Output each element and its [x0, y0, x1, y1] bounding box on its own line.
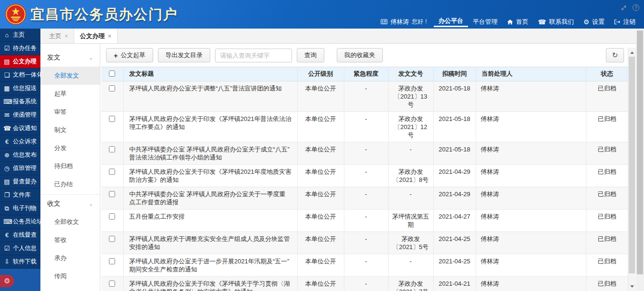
sidebar-item-software-download[interactable]: ⇩ 软件下载	[0, 255, 40, 269]
subnav-section-incoming[interactable]: 收文 ⌄	[40, 194, 100, 213]
doc-urgency-cell: -	[344, 231, 388, 254]
tab-close-icon[interactable]: ×	[65, 33, 68, 40]
theme-gear-button[interactable]: ⚙	[0, 275, 14, 287]
sidebar-item-info-publish[interactable]: ⊕ 信息发布	[0, 149, 40, 162]
plus-icon: +	[114, 51, 118, 60]
sidebar-item-online-inspection[interactable]: € 在线督查	[0, 229, 40, 242]
page-scrollbar[interactable]	[636, 29, 644, 291]
row-checkbox-cell	[101, 276, 123, 291]
table-row[interactable]: 茅坪镇人民政府关于调整充实安全生产组成人员及分块监管安排的通知 本单位公开 - …	[101, 231, 628, 254]
col-handler: 当前处理人	[476, 67, 586, 81]
doc-title-cell[interactable]: 茅坪镇人民政府办公室关于印发《茅坪镇2021年普法依法治理工作要点》的通知	[123, 111, 297, 142]
doc-urgency-cell: -	[344, 142, 388, 164]
subnav-section-outgoing[interactable]: 发文 ⌄	[40, 49, 100, 67]
subnav-item-distribute[interactable]: 分发	[40, 139, 100, 157]
sidebar-item-duty-management[interactable]: ◷ 值班管理	[0, 162, 40, 175]
row-checkbox[interactable]	[109, 116, 115, 122]
sidebar-item-supervision[interactable]: ▤ 督查督办	[0, 175, 40, 189]
subnav-item-incoming-to-archive[interactable]: 待归档	[40, 285, 100, 291]
doc-title-cell[interactable]: 茅坪镇人民政府办公室关于印发《茅坪镇2021年度地质灾害防治方案》的通知	[123, 164, 297, 187]
sidebar-item-file-library[interactable]: ❐ 文件库	[0, 189, 40, 202]
table-row[interactable]: 茅坪镇人民政府办公室关于印发《茅坪镇2021年普法依法治理工作要点》的通知 本单…	[101, 111, 628, 142]
scroll-up-icon[interactable]	[628, 49, 636, 56]
subnav-item-circulate[interactable]: 传阅	[40, 267, 100, 285]
subnav-item-all-outgoing[interactable]: 全部发文	[40, 67, 100, 85]
table-scrollbar-thumb[interactable]	[629, 57, 635, 273]
sidebar-item-info-report[interactable]: ▦ 信息报送	[0, 82, 40, 95]
sidebar-item-filing-system[interactable]: ⌨ 报备系统	[0, 95, 40, 109]
sidebar-item-doc-integration[interactable]: ❏ 文档一体化	[0, 69, 40, 82]
nav-settings[interactable]: ⚙ 设置	[578, 15, 609, 27]
nav-platform-management[interactable]: 平台管理	[468, 15, 502, 27]
doc-title-cell[interactable]: 中共茅坪镇委办公室 茅坪镇人民政府办公室关于成立“八五”普法依法治镇工作领导小组…	[123, 142, 297, 164]
row-checkbox[interactable]	[109, 85, 115, 91]
page-scrollbar-thumb[interactable]	[637, 30, 643, 274]
table-row[interactable]: 茅坪镇人民政府办公室关于进一步开展2021年汛期及“五一”期间安全生产检查的通知…	[101, 254, 628, 276]
user-info[interactable]: 傅林涛 您好！	[376, 15, 434, 27]
sidebar-item-home[interactable]: ⌂ 主页	[0, 29, 40, 42]
export-catalog-button[interactable]: 导出发文目录	[158, 48, 210, 62]
tab-home[interactable]: 主页 ×	[43, 29, 74, 43]
subnav-item-undertake[interactable]: 承办	[40, 249, 100, 267]
doc-title-cell[interactable]: 茅坪镇人民政府办公室关于印发《茅坪镇关于学习贯彻〈湖北省公共法律服务条例〉的实施…	[123, 276, 297, 291]
table-scrollbar[interactable]	[628, 48, 636, 291]
table-row[interactable]: 中共茅坪镇委办公室 茅坪镇人民政府办公室关于一季度重点工作督查的通报 本单位公开…	[101, 187, 628, 209]
doc-title-cell[interactable]: 茅坪镇人民政府办公室关于进一步开展2021年汛期及“五一”期间安全生产检查的通知	[123, 254, 297, 276]
table-row[interactable]: 五月份重点工作安排 本单位公开 - 茅坪情况第五期 2021-04-27 傅林涛…	[101, 209, 628, 231]
sidebar-item-todo-tasks[interactable]: ☑ 待办任务	[0, 42, 40, 55]
subnav-item-all-incoming[interactable]: 全部收文	[40, 213, 100, 231]
subnav-item-sign-receive[interactable]: 签收	[40, 231, 100, 249]
subnav-item-completed[interactable]: 已办结	[40, 175, 100, 193]
table-row[interactable]: 茅坪镇人民政府办公室关于调整“八五”普法宣讲团的通知 本单位公开 - 茅政办发〔…	[101, 81, 628, 111]
subnav-item-review-sign[interactable]: 审签	[40, 103, 100, 121]
tab-document-handling[interactable]: 公文办理 ×	[74, 29, 117, 43]
table-row[interactable]: 茅坪镇人民政府办公室关于印发《茅坪镇2021年度地质灾害防治方案》的通知 本单位…	[101, 164, 628, 187]
national-emblem-logo	[5, 3, 27, 25]
table-row[interactable]: 茅坪镇人民政府办公室关于印发《茅坪镇关于学习贯彻〈湖北省公共法律服务条例〉的实施…	[101, 276, 628, 291]
row-checkbox[interactable]	[109, 213, 115, 220]
expand-icon[interactable]	[621, 5, 627, 11]
nav-contact[interactable]: ☎ 联系我们	[533, 15, 578, 27]
doc-title-cell[interactable]: 五月份重点工作安排	[123, 209, 297, 231]
phone-icon: ☎	[3, 125, 10, 132]
help-icon[interactable]: ?	[633, 4, 639, 11]
sidebar-item-label: 软件下载	[13, 258, 37, 266]
sidebar-item-personal-info[interactable]: ☑ 个人信息	[0, 242, 40, 255]
row-checkbox[interactable]	[109, 191, 115, 197]
search-button[interactable]: 查询	[297, 48, 324, 62]
row-checkbox[interactable]	[109, 236, 115, 242]
row-checkbox[interactable]	[109, 169, 115, 175]
user-name: 傅林涛	[390, 18, 409, 26]
table-row[interactable]: 中共茅坪镇委办公室 茅坪镇人民政府办公室关于成立“八五”普法依法治镇工作领导小组…	[101, 142, 628, 164]
draft-document-button[interactable]: + 公文起草	[106, 48, 153, 62]
sidebar-item-meeting-notice[interactable]: ☎ 会议通知	[0, 122, 40, 135]
sidebar-item-e-publication[interactable]: ⧉ 电子刊物	[0, 202, 40, 215]
subnav-item-make-doc[interactable]: 制文	[40, 121, 100, 139]
row-checkbox[interactable]	[109, 281, 115, 287]
sidebar-item-letter-management[interactable]: ✉ 便函管理	[0, 109, 40, 122]
subnav-item-to-archive[interactable]: 待归档	[40, 157, 100, 175]
row-checkbox[interactable]	[109, 258, 115, 264]
doc-title-cell[interactable]: 茅坪镇人民政府办公室关于调整“八五”普法宣讲团的通知	[123, 81, 297, 111]
doc-title-cell[interactable]: 中共茅坪镇委办公室 茅坪镇人民政府办公室关于一季度重点工作督查的通报	[123, 187, 297, 209]
tab-close-icon[interactable]: ×	[108, 33, 111, 40]
search-input[interactable]	[215, 49, 292, 62]
refresh-button[interactable]: ↻	[606, 48, 624, 62]
doc-handler-cell: 傅林涛	[476, 81, 586, 111]
select-all-checkbox[interactable]	[109, 70, 115, 77]
nav-logout[interactable]: 注销	[609, 15, 640, 27]
calendar-check-icon: ☑	[3, 45, 10, 52]
sidebar-item-label: 公务员论坛	[13, 218, 43, 226]
nav-home[interactable]: 首页	[502, 15, 533, 27]
sidebar-item-document-handling[interactable]: ▤ 公文办理	[0, 55, 40, 69]
monitor-icon: ⌨	[3, 98, 10, 105]
favorites-button[interactable]: 我的收藏夹	[337, 48, 383, 62]
nav-office-platform[interactable]: 办公平台	[434, 15, 468, 27]
doc-title-cell[interactable]: 茅坪镇人民政府关于调整充实安全生产组成人员及分块监管安排的通知	[123, 231, 297, 254]
sidebar-item-public-appeal[interactable]: € 公众诉求	[0, 135, 40, 149]
scroll-down-icon[interactable]	[628, 282, 636, 290]
doc-handler-cell: 傅林涛	[476, 187, 586, 209]
row-checkbox[interactable]	[109, 146, 115, 152]
subnav-item-draft[interactable]: 起草	[40, 85, 100, 103]
sidebar-item-civil-servant-forum[interactable]: ⌨ 公务员论坛	[0, 215, 40, 229]
